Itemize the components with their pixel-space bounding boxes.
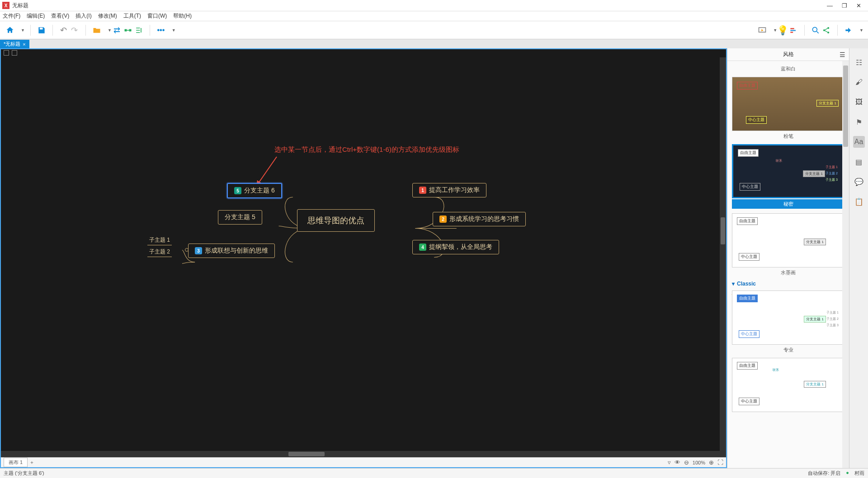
share-icon[interactable] — [821, 25, 832, 36]
eye-icon[interactable]: 👁 — [675, 459, 680, 466]
menu-file[interactable]: 文件(F) — [3, 12, 20, 20]
branch-left-1[interactable]: 5 分支主题 6 — [227, 183, 282, 198]
dropdown-arrow-icon[interactable]: ▼ — [859, 28, 863, 33]
dropdown-arrow-icon[interactable]: ▼ — [172, 28, 176, 33]
subtopic-1[interactable]: 子主题 1 — [147, 235, 172, 245]
style-name-secret: 秘密 — [732, 199, 844, 209]
minimize-button[interactable]: — — [827, 2, 833, 9]
relationship-icon[interactable] — [123, 25, 133, 36]
priority-badge-2: 2 — [439, 216, 447, 223]
document-tab[interactable]: *无标题 × — [0, 40, 29, 48]
collapse-icon[interactable] — [12, 50, 17, 56]
export-icon[interactable] — [843, 25, 854, 36]
canvas-scrollbar-h[interactable] — [1, 451, 720, 457]
marker-icon[interactable]: ⚑ — [853, 116, 865, 128]
format-icon[interactable]: 🖌 — [853, 76, 865, 88]
canvas-scrollbar-v[interactable] — [720, 57, 726, 457]
toolbar: ▼ ↶ ↷ ▼ ⇄ ••• ▼ ▼ 💡 ▼ — [0, 21, 868, 39]
svg-point-6 — [812, 27, 817, 32]
notes-icon[interactable]: ▤ — [853, 156, 865, 168]
style-thumb-chalk[interactable]: 自由主题 中心主题 分支主题 1 — [732, 77, 844, 131]
branch-label: 提高工作学习效率 — [429, 186, 480, 194]
title-bar: X 无标题 — ❐ ✕ — [0, 0, 868, 11]
gantt-icon[interactable] — [788, 25, 799, 36]
dropdown-arrow-icon[interactable]: ▼ — [21, 28, 25, 33]
comments-icon[interactable]: 💬 — [853, 176, 865, 187]
center-topic[interactable]: 思维导图的优点 — [297, 209, 375, 232]
zoom-level: 100% — [693, 460, 705, 465]
menu-window[interactable]: 窗口(W) — [147, 12, 167, 20]
window-title: 无标题 — [12, 2, 827, 9]
priority-badge-5: 5 — [234, 187, 241, 194]
svg-rect-1 — [129, 29, 131, 31]
sheet-bar: 画布 1 ＋ ▿ 👁 ⊖ 100% ⊕ ⛶ — [1, 457, 726, 467]
branch-left-2[interactable]: 分支主题 5 — [218, 210, 262, 225]
branch-right-2[interactable]: 2 形成系统学习的思考习惯 — [433, 212, 526, 226]
svg-point-7 — [823, 29, 825, 31]
annotation-text: 选中某一节点后，通过Ctrl+数字键(1-6)的方式添加优先级图标 — [274, 145, 459, 154]
branch-right-1[interactable]: 1 提高工作学习效率 — [412, 183, 486, 197]
expand-icon[interactable] — [4, 50, 9, 56]
node-handle[interactable] — [185, 248, 189, 252]
sheet-tab[interactable]: 画布 1 — [4, 458, 28, 467]
menu-help[interactable]: 帮助(H) — [173, 12, 192, 20]
maximize-button[interactable]: ❐ — [842, 2, 847, 9]
folder-icon[interactable] — [91, 25, 102, 36]
menu-bar: 文件(F) 编辑(E) 查看(V) 插入(I) 修改(M) 工具(T) 窗口(W… — [0, 11, 868, 21]
branch-label: 形成系统学习的思考习惯 — [449, 215, 519, 223]
priority-badge-1: 1 — [419, 187, 426, 194]
panel-scrollbar[interactable] — [842, 61, 849, 468]
subtopic-2[interactable]: 子主题 2 — [147, 247, 172, 257]
status-autosave: 自动保存: 开启 — [808, 470, 840, 477]
panel-header: 风格 ☰ — [727, 48, 849, 61]
branch-label: 提纲挈领，从全局思考 — [429, 243, 492, 251]
menu-modify[interactable]: 修改(M) — [98, 12, 117, 20]
menu-tools[interactable]: 工具(T) — [123, 12, 141, 20]
panel-menu-icon[interactable]: ☰ — [840, 51, 845, 58]
style-name-ink: 水墨画 — [732, 269, 844, 276]
svg-point-8 — [827, 27, 829, 28]
task-icon[interactable]: 📋 — [853, 196, 865, 207]
style-thumb-ink[interactable]: 自由主题 中心主题 分支主题 1 — [732, 213, 844, 267]
add-sheet-button[interactable]: ＋ — [29, 459, 34, 466]
style-name-blue-white: 蓝和白 — [732, 66, 844, 72]
zoom-in-button[interactable]: ⊕ — [709, 459, 714, 466]
tab-close-icon[interactable]: × — [23, 42, 25, 47]
branch-right-3[interactable]: 4 提纲挈领，从全局思考 — [412, 240, 499, 254]
idea-icon[interactable]: 💡 — [777, 25, 788, 36]
more-icon[interactable]: ••• — [156, 25, 166, 36]
close-button[interactable]: ✕ — [856, 2, 861, 9]
summary-icon[interactable] — [133, 25, 144, 36]
svg-rect-3 — [790, 28, 794, 29]
menu-insert[interactable]: 插入(I) — [75, 12, 91, 20]
style-thumb-secret[interactable]: 自由主题 中心主题 分支主题 1 子主题 1 子主题 2 子主题 3 联系 — [732, 144, 844, 198]
canvas-container: 选中某一节点后，通过Ctrl+数字键(1-6)的方式添加优先级图标 思维导图的优… — [0, 48, 727, 468]
menu-edit[interactable]: 编辑(E) — [27, 12, 45, 20]
filter-icon[interactable]: ▿ — [668, 459, 671, 466]
redo-icon[interactable]: ↷ — [69, 25, 80, 36]
image-icon[interactable]: 🖼 — [853, 96, 865, 108]
side-icon-strip: ☷ 🖌 🖼 ⚑ Aa ▤ 💬 📋 — [849, 48, 868, 468]
style-panel: 风格 ☰ 蓝和白 自由主题 中心主题 分支主题 1 粉笔 自由主题 中心主题 分… — [727, 48, 849, 468]
dropdown-arrow-icon[interactable]: ▼ — [108, 28, 112, 33]
category-classic[interactable]: ▾ Classic — [732, 281, 844, 287]
menu-view[interactable]: 查看(V) — [51, 12, 69, 20]
style-thumb-next[interactable]: 自由主题 中心主题 分支主题 1 联系 — [732, 358, 844, 412]
theme-icon[interactable]: Aa — [853, 136, 865, 148]
search-icon[interactable] — [810, 25, 821, 36]
svg-point-9 — [827, 31, 829, 33]
branch-label: 形成联想与创新的思维 — [205, 247, 268, 255]
home-icon[interactable] — [5, 25, 15, 36]
undo-icon[interactable]: ↶ — [58, 25, 69, 36]
svg-rect-0 — [124, 29, 127, 31]
style-thumb-professional[interactable]: 自由主题 中心主题 分支主题 1 子主题 1 子主题 2 子主题 3 — [732, 291, 844, 345]
chevron-down-icon: ▾ — [732, 281, 735, 287]
branch-left-3[interactable]: 3 形成联想与创新的思维 — [188, 244, 275, 258]
outline-icon[interactable]: ☷ — [853, 56, 865, 68]
link-icon[interactable]: ⇄ — [112, 25, 123, 36]
zoom-out-button[interactable]: ⊖ — [684, 459, 689, 466]
presentation-icon[interactable] — [757, 25, 768, 36]
save-icon[interactable] — [36, 25, 47, 36]
mindmap-canvas[interactable]: 选中某一节点后，通过Ctrl+数字键(1-6)的方式添加优先级图标 思维导图的优… — [1, 57, 726, 457]
fit-icon[interactable]: ⛶ — [717, 459, 723, 466]
